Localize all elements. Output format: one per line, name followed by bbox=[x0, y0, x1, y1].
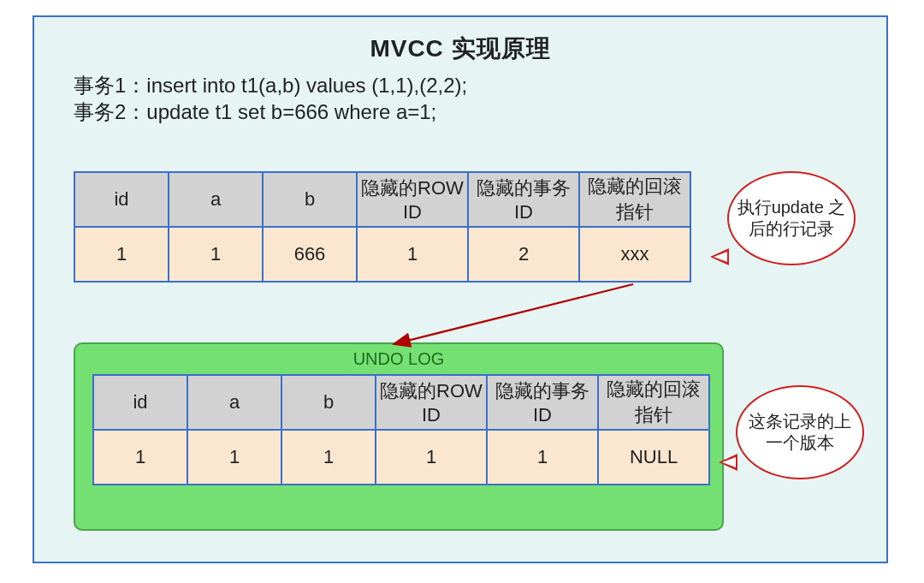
col-trxid: 隐藏的事务ID bbox=[468, 172, 579, 227]
cell-trxid: 2 bbox=[468, 227, 579, 282]
callout-after-update: 执行update 之后的行记录 bbox=[727, 171, 856, 265]
col-rowid: 隐藏的ROW ID bbox=[357, 172, 468, 227]
undo-log-title: UNDO LOG bbox=[75, 349, 722, 369]
callout-text: 这条记录的上一个版本 bbox=[743, 411, 857, 454]
callout-tail-icon bbox=[719, 454, 737, 471]
callout-text: 执行update 之后的行记录 bbox=[734, 197, 849, 240]
col-a: a bbox=[187, 375, 281, 430]
col-trxid: 隐藏的事务ID bbox=[487, 375, 598, 430]
callout-tail-icon bbox=[710, 248, 729, 265]
col-id: id bbox=[93, 375, 187, 430]
cell-trxid: 1 bbox=[487, 430, 598, 485]
tx2-line: 事务2：update t1 set b=666 where a=1; bbox=[74, 98, 467, 125]
table-header-row: id a b 隐藏的ROW ID 隐藏的事务ID 隐藏的回滚指针 bbox=[74, 172, 690, 227]
col-b: b bbox=[263, 172, 357, 227]
col-b: b bbox=[281, 375, 376, 430]
col-rowid: 隐藏的ROW ID bbox=[376, 375, 487, 430]
table-row: 1 1 666 1 2 xxx bbox=[74, 227, 690, 282]
cell-a: 1 bbox=[187, 430, 281, 485]
cell-id: 1 bbox=[93, 430, 187, 485]
undo-row-table: id a b 隐藏的ROW ID 隐藏的事务ID 隐藏的回滚指针 1 1 1 1… bbox=[92, 374, 710, 485]
callout-prev-version: 这条记录的上一个版本 bbox=[736, 385, 864, 479]
cell-rowid: 1 bbox=[357, 227, 468, 282]
col-rollptr: 隐藏的回滚指针 bbox=[598, 375, 709, 430]
current-row-table: id a b 隐藏的ROW ID 隐藏的事务ID 隐藏的回滚指针 1 1 666… bbox=[74, 171, 691, 283]
col-rollptr: 隐藏的回滚指针 bbox=[579, 172, 690, 227]
cell-id: 1 bbox=[74, 227, 169, 282]
col-id: id bbox=[74, 172, 169, 227]
col-a: a bbox=[169, 172, 263, 227]
page-title: MVCC 实现原理 bbox=[34, 33, 886, 65]
cell-a: 1 bbox=[169, 227, 263, 282]
cell-b: 666 bbox=[263, 227, 357, 282]
cell-rollptr: NULL bbox=[598, 430, 709, 485]
cell-rowid: 1 bbox=[376, 430, 487, 485]
transaction-statements: 事务1：insert into t1(a,b) values (1,1),(2,… bbox=[74, 72, 467, 125]
cell-b: 1 bbox=[281, 430, 376, 485]
undo-log-box: UNDO LOG id a b 隐藏的ROW ID 隐藏的事务ID 隐藏的回滚指… bbox=[74, 342, 724, 531]
tx1-line: 事务1：insert into t1(a,b) values (1,1),(2,… bbox=[74, 72, 467, 98]
table-row: 1 1 1 1 1 NULL bbox=[93, 430, 709, 485]
diagram-canvas: MVCC 实现原理 事务1：insert into t1(a,b) values… bbox=[33, 15, 888, 563]
table-header-row: id a b 隐藏的ROW ID 隐藏的事务ID 隐藏的回滚指针 bbox=[93, 375, 709, 430]
cell-rollptr: xxx bbox=[579, 227, 690, 282]
svg-line-1 bbox=[394, 284, 633, 344]
